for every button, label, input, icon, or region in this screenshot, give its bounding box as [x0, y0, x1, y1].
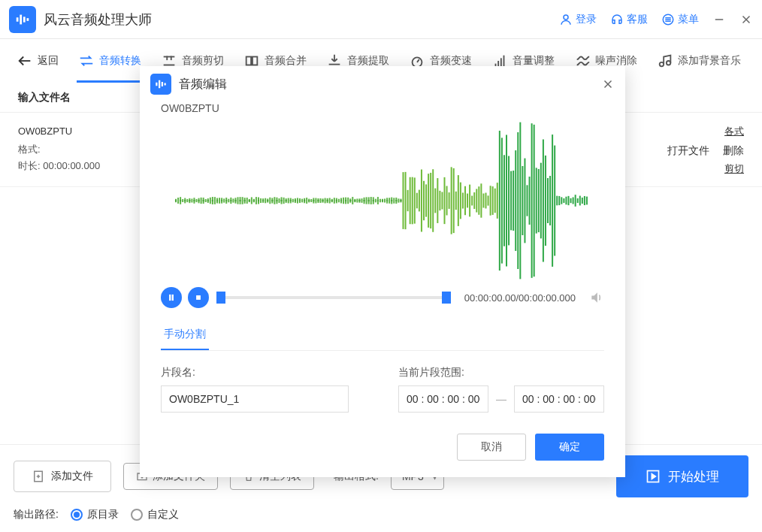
svg-point-65 — [212, 200, 213, 201]
dialog-header: 音频编辑 — [140, 66, 625, 102]
svg-point-104 — [271, 200, 273, 201]
service-label: 客服 — [627, 13, 648, 26]
slider-handle-end[interactable] — [442, 292, 451, 304]
svg-point-110 — [280, 200, 282, 201]
pause-icon — [166, 292, 177, 303]
svg-point-182 — [391, 200, 392, 201]
segment-name-label: 片段名: — [161, 366, 353, 379]
svg-point-179 — [386, 200, 388, 201]
svg-point-164 — [363, 200, 364, 201]
svg-rect-1 — [20, 14, 22, 24]
svg-point-155 — [349, 200, 351, 201]
segment-name-input[interactable] — [161, 385, 349, 413]
svg-point-101 — [267, 200, 268, 201]
start-button[interactable]: 开始处理 — [616, 455, 748, 497]
svg-point-86 — [243, 200, 245, 201]
svg-point-95 — [258, 200, 259, 201]
radio-label: 原目录 — [87, 508, 119, 521]
range-label: 当前片段范围: — [398, 366, 604, 379]
tab-label: 音频转换 — [99, 54, 141, 68]
svg-marker-33 — [652, 474, 655, 479]
file-duration: 00:00:00.000 — [43, 160, 100, 171]
stop-icon — [193, 292, 204, 303]
svg-point-68 — [216, 200, 218, 201]
player-controls: 00:00:00.00/00:00:00.000 — [161, 287, 604, 308]
file-plus-icon — [32, 470, 45, 483]
convert-icon — [78, 53, 95, 69]
output-path-label: 输出路径: — [14, 508, 59, 521]
svg-line-20 — [417, 59, 419, 62]
speaker-icon[interactable] — [589, 290, 604, 305]
login-button[interactable]: 登录 — [559, 13, 597, 26]
svg-point-92 — [253, 200, 255, 201]
svg-point-44 — [180, 200, 181, 201]
file-cut-link[interactable]: 剪切 — [724, 163, 744, 174]
svg-point-77 — [230, 200, 231, 201]
open-file-button[interactable]: 打开文件 — [667, 144, 709, 158]
svg-point-113 — [285, 200, 286, 201]
svg-rect-17 — [246, 57, 251, 65]
svg-rect-2 — [23, 17, 26, 22]
close-button[interactable] — [739, 13, 753, 26]
dialog-title: 音频编辑 — [179, 77, 227, 92]
svg-point-161 — [358, 200, 360, 201]
svg-rect-37 — [165, 83, 166, 86]
tab-convert[interactable]: 音频转换 — [71, 39, 149, 83]
audio-edit-dialog: 音频编辑 OW0BZPTU 00:00:00.00/00:00:00.000 — [140, 66, 625, 477]
start-label: 开始处理 — [668, 468, 719, 485]
time-display: 00:00:00.00/00:00:00.000 — [464, 292, 576, 304]
svg-point-146 — [336, 200, 337, 201]
svg-point-107 — [276, 200, 277, 201]
radio-custom-dir[interactable]: 自定义 — [131, 508, 179, 521]
svg-point-152 — [345, 200, 346, 201]
headset-icon — [610, 13, 624, 26]
app-title: 风云音频处理大师 — [44, 11, 152, 29]
waveform-icon — [154, 77, 168, 91]
file-format-label: 格式: — [18, 144, 41, 155]
svg-point-80 — [234, 200, 236, 201]
svg-point-176 — [382, 200, 383, 201]
file-format-link[interactable]: 各式 — [724, 125, 744, 137]
stop-button[interactable] — [188, 287, 209, 308]
svg-point-185 — [395, 200, 397, 201]
radio-original-dir[interactable]: 原目录 — [71, 508, 119, 521]
svg-point-116 — [290, 200, 292, 201]
add-file-button[interactable]: 添加文件 — [14, 461, 111, 492]
range-slider[interactable] — [219, 295, 448, 301]
svg-rect-272 — [196, 295, 201, 300]
service-button[interactable]: 客服 — [610, 13, 648, 26]
pause-button[interactable] — [161, 287, 182, 308]
dialog-close-button[interactable] — [601, 77, 615, 91]
svg-point-56 — [198, 200, 199, 201]
tab-label: 添加背景音乐 — [678, 54, 741, 68]
tab-manual-split[interactable]: 手动分割 — [161, 320, 209, 350]
range-from-input[interactable] — [398, 385, 488, 413]
svg-point-140 — [326, 200, 328, 201]
minimize-button[interactable] — [712, 13, 726, 26]
tab-bgm[interactable]: 添加背景音乐 — [649, 39, 748, 83]
range-dash: — — [496, 393, 506, 405]
delete-file-button[interactable]: 删除 — [723, 144, 744, 158]
svg-rect-0 — [17, 17, 19, 22]
waveform-display[interactable] — [161, 114, 604, 287]
svg-point-128 — [308, 200, 310, 201]
file-duration-label: 时长: — [18, 160, 41, 171]
svg-point-74 — [225, 200, 227, 201]
dialog-filename: OW0BZPTU — [161, 102, 604, 114]
ok-button[interactable]: 确定 — [535, 434, 604, 461]
svg-point-149 — [340, 200, 342, 201]
cancel-button[interactable]: 取消 — [457, 434, 526, 461]
login-label: 登录 — [576, 13, 597, 26]
svg-point-50 — [189, 200, 190, 201]
menu-button[interactable]: 菜单 — [661, 13, 699, 26]
svg-point-188 — [400, 200, 401, 201]
back-button[interactable]: 返回 — [9, 39, 66, 83]
dialog-logo — [150, 74, 171, 95]
svg-point-170 — [373, 200, 374, 201]
col-filename: 输入文件名 — [18, 91, 71, 104]
range-to-input[interactable] — [514, 385, 604, 413]
svg-point-71 — [221, 200, 222, 201]
slider-handle-start[interactable] — [216, 292, 225, 304]
svg-point-122 — [299, 200, 301, 201]
app-logo — [9, 6, 36, 33]
